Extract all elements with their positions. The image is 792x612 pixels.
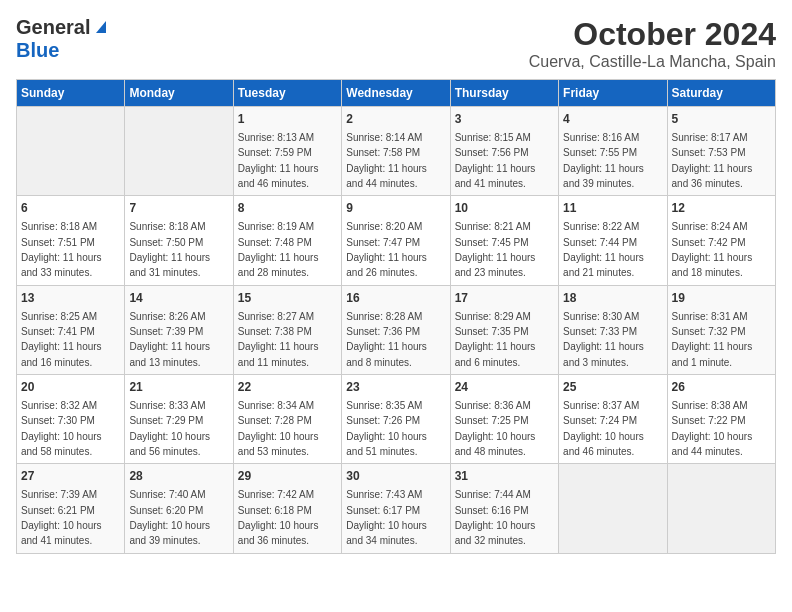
day-number: 2 [346, 111, 445, 128]
day-info: Sunrise: 8:25 AM Sunset: 7:41 PM Dayligh… [21, 311, 102, 368]
page-subtitle: Cuerva, Castille-La Mancha, Spain [529, 53, 776, 71]
day-number: 30 [346, 468, 445, 485]
day-number: 14 [129, 290, 228, 307]
day-number: 23 [346, 379, 445, 396]
day-cell [17, 107, 125, 196]
day-cell: 24Sunrise: 8:36 AM Sunset: 7:25 PM Dayli… [450, 375, 558, 464]
day-info: Sunrise: 8:30 AM Sunset: 7:33 PM Dayligh… [563, 311, 644, 368]
calendar-header: SundayMondayTuesdayWednesdayThursdayFrid… [17, 80, 776, 107]
day-info: Sunrise: 8:13 AM Sunset: 7:59 PM Dayligh… [238, 132, 319, 189]
day-number: 10 [455, 200, 554, 217]
day-info: Sunrise: 8:38 AM Sunset: 7:22 PM Dayligh… [672, 400, 753, 457]
day-cell: 14Sunrise: 8:26 AM Sunset: 7:39 PM Dayli… [125, 285, 233, 374]
day-cell: 20Sunrise: 8:32 AM Sunset: 7:30 PM Dayli… [17, 375, 125, 464]
day-number: 12 [672, 200, 771, 217]
header-cell-friday: Friday [559, 80, 667, 107]
day-info: Sunrise: 8:29 AM Sunset: 7:35 PM Dayligh… [455, 311, 536, 368]
day-cell: 27Sunrise: 7:39 AM Sunset: 6:21 PM Dayli… [17, 464, 125, 553]
header-cell-wednesday: Wednesday [342, 80, 450, 107]
day-number: 1 [238, 111, 337, 128]
day-info: Sunrise: 8:37 AM Sunset: 7:24 PM Dayligh… [563, 400, 644, 457]
day-cell: 23Sunrise: 8:35 AM Sunset: 7:26 PM Dayli… [342, 375, 450, 464]
day-info: Sunrise: 7:42 AM Sunset: 6:18 PM Dayligh… [238, 489, 319, 546]
day-number: 17 [455, 290, 554, 307]
day-number: 16 [346, 290, 445, 307]
day-cell: 16Sunrise: 8:28 AM Sunset: 7:36 PM Dayli… [342, 285, 450, 374]
day-info: Sunrise: 8:19 AM Sunset: 7:48 PM Dayligh… [238, 221, 319, 278]
day-cell: 21Sunrise: 8:33 AM Sunset: 7:29 PM Dayli… [125, 375, 233, 464]
day-cell: 12Sunrise: 8:24 AM Sunset: 7:42 PM Dayli… [667, 196, 775, 285]
day-number: 20 [21, 379, 120, 396]
day-number: 24 [455, 379, 554, 396]
logo-blue-text: Blue [16, 39, 59, 62]
day-number: 19 [672, 290, 771, 307]
header-row: SundayMondayTuesdayWednesdayThursdayFrid… [17, 80, 776, 107]
day-cell: 15Sunrise: 8:27 AM Sunset: 7:38 PM Dayli… [233, 285, 341, 374]
day-cell: 30Sunrise: 7:43 AM Sunset: 6:17 PM Dayli… [342, 464, 450, 553]
header-cell-saturday: Saturday [667, 80, 775, 107]
day-number: 6 [21, 200, 120, 217]
day-cell: 19Sunrise: 8:31 AM Sunset: 7:32 PM Dayli… [667, 285, 775, 374]
day-info: Sunrise: 8:21 AM Sunset: 7:45 PM Dayligh… [455, 221, 536, 278]
day-info: Sunrise: 8:20 AM Sunset: 7:47 PM Dayligh… [346, 221, 427, 278]
day-cell: 22Sunrise: 8:34 AM Sunset: 7:28 PM Dayli… [233, 375, 341, 464]
day-info: Sunrise: 8:18 AM Sunset: 7:51 PM Dayligh… [21, 221, 102, 278]
day-cell: 1Sunrise: 8:13 AM Sunset: 7:59 PM Daylig… [233, 107, 341, 196]
day-info: Sunrise: 8:28 AM Sunset: 7:36 PM Dayligh… [346, 311, 427, 368]
day-info: Sunrise: 8:31 AM Sunset: 7:32 PM Dayligh… [672, 311, 753, 368]
day-cell: 26Sunrise: 8:38 AM Sunset: 7:22 PM Dayli… [667, 375, 775, 464]
day-number: 28 [129, 468, 228, 485]
day-cell: 25Sunrise: 8:37 AM Sunset: 7:24 PM Dayli… [559, 375, 667, 464]
day-info: Sunrise: 8:18 AM Sunset: 7:50 PM Dayligh… [129, 221, 210, 278]
page-header: General Blue October 2024 Cuerva, Castil… [16, 16, 776, 71]
day-info: Sunrise: 8:35 AM Sunset: 7:26 PM Dayligh… [346, 400, 427, 457]
header-cell-thursday: Thursday [450, 80, 558, 107]
day-number: 11 [563, 200, 662, 217]
calendar-table: SundayMondayTuesdayWednesdayThursdayFrid… [16, 79, 776, 554]
calendar-body: 1Sunrise: 8:13 AM Sunset: 7:59 PM Daylig… [17, 107, 776, 554]
day-info: Sunrise: 8:22 AM Sunset: 7:44 PM Dayligh… [563, 221, 644, 278]
day-cell: 8Sunrise: 8:19 AM Sunset: 7:48 PM Daylig… [233, 196, 341, 285]
day-number: 3 [455, 111, 554, 128]
day-number: 25 [563, 379, 662, 396]
day-number: 7 [129, 200, 228, 217]
day-info: Sunrise: 8:26 AM Sunset: 7:39 PM Dayligh… [129, 311, 210, 368]
day-info: Sunrise: 8:33 AM Sunset: 7:29 PM Dayligh… [129, 400, 210, 457]
week-row-2: 6Sunrise: 8:18 AM Sunset: 7:51 PM Daylig… [17, 196, 776, 285]
day-cell: 9Sunrise: 8:20 AM Sunset: 7:47 PM Daylig… [342, 196, 450, 285]
day-number: 5 [672, 111, 771, 128]
day-cell: 29Sunrise: 7:42 AM Sunset: 6:18 PM Dayli… [233, 464, 341, 553]
day-info: Sunrise: 8:14 AM Sunset: 7:58 PM Dayligh… [346, 132, 427, 189]
day-cell: 4Sunrise: 8:16 AM Sunset: 7:55 PM Daylig… [559, 107, 667, 196]
day-info: Sunrise: 7:43 AM Sunset: 6:17 PM Dayligh… [346, 489, 427, 546]
day-info: Sunrise: 8:24 AM Sunset: 7:42 PM Dayligh… [672, 221, 753, 278]
header-cell-tuesday: Tuesday [233, 80, 341, 107]
day-info: Sunrise: 8:17 AM Sunset: 7:53 PM Dayligh… [672, 132, 753, 189]
week-row-4: 20Sunrise: 8:32 AM Sunset: 7:30 PM Dayli… [17, 375, 776, 464]
day-number: 27 [21, 468, 120, 485]
day-info: Sunrise: 8:32 AM Sunset: 7:30 PM Dayligh… [21, 400, 102, 457]
day-info: Sunrise: 8:27 AM Sunset: 7:38 PM Dayligh… [238, 311, 319, 368]
day-cell [559, 464, 667, 553]
day-cell: 28Sunrise: 7:40 AM Sunset: 6:20 PM Dayli… [125, 464, 233, 553]
day-cell: 6Sunrise: 8:18 AM Sunset: 7:51 PM Daylig… [17, 196, 125, 285]
title-block: October 2024 Cuerva, Castille-La Mancha,… [529, 16, 776, 71]
day-cell [667, 464, 775, 553]
day-number: 18 [563, 290, 662, 307]
day-cell: 17Sunrise: 8:29 AM Sunset: 7:35 PM Dayli… [450, 285, 558, 374]
day-number: 26 [672, 379, 771, 396]
day-number: 15 [238, 290, 337, 307]
day-cell: 18Sunrise: 8:30 AM Sunset: 7:33 PM Dayli… [559, 285, 667, 374]
logo-general-text: General [16, 16, 90, 39]
week-row-1: 1Sunrise: 8:13 AM Sunset: 7:59 PM Daylig… [17, 107, 776, 196]
day-number: 31 [455, 468, 554, 485]
day-cell: 11Sunrise: 8:22 AM Sunset: 7:44 PM Dayli… [559, 196, 667, 285]
day-info: Sunrise: 7:39 AM Sunset: 6:21 PM Dayligh… [21, 489, 102, 546]
day-info: Sunrise: 8:15 AM Sunset: 7:56 PM Dayligh… [455, 132, 536, 189]
day-cell: 31Sunrise: 7:44 AM Sunset: 6:16 PM Dayli… [450, 464, 558, 553]
logo: General Blue [16, 16, 110, 62]
day-number: 22 [238, 379, 337, 396]
day-cell: 2Sunrise: 8:14 AM Sunset: 7:58 PM Daylig… [342, 107, 450, 196]
day-cell: 3Sunrise: 8:15 AM Sunset: 7:56 PM Daylig… [450, 107, 558, 196]
day-number: 4 [563, 111, 662, 128]
